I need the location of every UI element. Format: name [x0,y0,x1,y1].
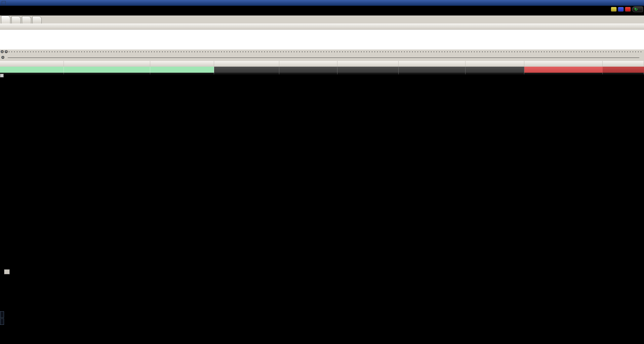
tab-protokoll[interactable] [11,16,21,24]
volume-pane-tab[interactable] [4,269,10,274]
cell-veraenderung-pct[interactable] [524,67,603,73]
chart-scroll-top-icon[interactable] [0,74,4,77]
title-bar[interactable] [0,0,644,6]
tab-ausfuehrungen[interactable] [22,16,31,24]
col-geldkursvolumen[interactable] [279,61,337,67]
col-boerse[interactable] [0,61,64,67]
chart-toolbar [0,6,644,15]
cell-beschreibung[interactable] [64,67,150,73]
cell-geldkurs[interactable] [337,67,399,73]
cell-veraenderung[interactable] [603,67,644,73]
cell-boerse[interactable] [0,67,64,73]
orders-empty-area[interactable] [0,30,644,49]
candlestick-chart[interactable] [0,74,644,344]
cell-geldkursvolumen[interactable] [279,67,337,73]
pane-collapse-left-icon[interactable] [0,311,4,318]
panel-tabs [0,15,644,24]
quote-table-header [0,61,644,67]
cell-briefkurs[interactable] [399,67,466,73]
add-alert-button[interactable] [611,7,617,12]
tabrow-extra-icons [640,15,642,24]
orders-column-headers [0,24,644,30]
panel-splitter[interactable]: ▲ ▼ [0,49,644,54]
col-briefkurs[interactable] [399,61,466,67]
cell-mark[interactable] [214,67,279,73]
col-veraenderung[interactable] [603,61,644,67]
kaufen-button[interactable] [618,7,624,12]
konsolidiert-button[interactable]: ↻ [632,6,643,12]
header-rule [8,58,639,58]
app-icon [2,1,6,5]
col-beschreibung[interactable] [64,61,150,67]
consolidate-icon: ↻ [634,7,638,12]
cell-briefkursvolumen[interactable] [466,67,524,73]
collapse-up-icon[interactable]: ▲ [1,50,4,53]
quote-panel-header: ● [0,54,644,61]
col-unternehmensname[interactable] [150,61,214,67]
verkaufen-button[interactable] [625,7,631,12]
tab-orders[interactable] [1,15,10,24]
order-buttons: ↻ [611,6,643,12]
col-veraenderung-pct[interactable] [524,61,603,67]
pane-collapse-down-icon[interactable] [0,318,4,325]
panel-menu-icon[interactable]: ● [1,56,4,59]
quote-row [0,67,644,73]
tab-portfolio[interactable] [32,16,42,24]
col-briefkursvolumen[interactable] [466,61,524,67]
splitter-dots[interactable] [9,51,643,52]
col-geldkurs[interactable] [337,61,399,67]
cell-unternehmensname[interactable] [150,67,214,73]
col-mark[interactable] [214,61,279,67]
collapse-down-icon[interactable]: ▼ [5,50,8,53]
